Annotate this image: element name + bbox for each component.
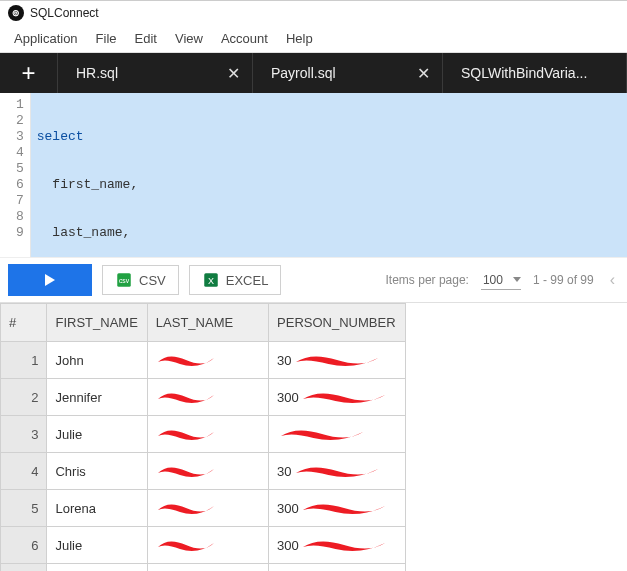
- cell-first-name: Julie: [47, 416, 147, 453]
- table-row[interactable]: 2Jennifer300: [1, 379, 406, 416]
- table-row[interactable]: 1John30: [1, 342, 406, 379]
- cell-rownum: 5: [1, 490, 47, 527]
- cell-first-name: Jennifer: [47, 379, 147, 416]
- cell-last-name: [147, 379, 268, 416]
- items-per-page-select[interactable]: 100: [481, 273, 521, 287]
- close-icon[interactable]: ✕: [417, 64, 430, 83]
- cell-first-name: John: [47, 342, 147, 379]
- cell-person-number: 300: [269, 490, 406, 527]
- app-icon: ⊚: [8, 5, 24, 21]
- items-per-page-label: Items per page:: [386, 273, 469, 287]
- cell-first-name: Sheila: [47, 564, 147, 572]
- cell-last-name: [147, 527, 268, 564]
- col-person-number[interactable]: PERSON_NUMBER: [269, 304, 406, 342]
- menu-help[interactable]: Help: [286, 31, 313, 46]
- tab-label: HR.sql: [76, 65, 118, 81]
- tab-row: + HR.sql ✕ Payroll.sql ✕ SQLWithBindVari…: [0, 53, 627, 93]
- titlebar: ⊚ SQLConnect: [0, 1, 627, 27]
- menu-file[interactable]: File: [96, 31, 117, 46]
- cell-rownum: 1: [1, 342, 47, 379]
- tab-label: Payroll.sql: [271, 65, 336, 81]
- col-rownum[interactable]: #: [1, 304, 47, 342]
- prev-page-button[interactable]: ‹: [606, 271, 619, 289]
- menu-account[interactable]: Account: [221, 31, 268, 46]
- cell-last-name: [147, 453, 268, 490]
- excel-icon: X: [202, 271, 220, 289]
- results-table: # FIRST_NAME LAST_NAME PERSON_NUMBER 1Jo…: [0, 303, 406, 571]
- cell-last-name: [147, 416, 268, 453]
- cell-rownum: 4: [1, 453, 47, 490]
- cell-first-name: Chris: [47, 453, 147, 490]
- table-row[interactable]: 3Julie: [1, 416, 406, 453]
- table-row[interactable]: 7Sheila300: [1, 564, 406, 572]
- csv-icon: csv: [115, 271, 133, 289]
- chevron-down-icon: [513, 277, 521, 282]
- cell-person-number: [269, 416, 406, 453]
- cell-person-number: 300: [269, 379, 406, 416]
- cell-last-name: [147, 490, 268, 527]
- table-row[interactable]: 4Chris30: [1, 453, 406, 490]
- svg-text:csv: csv: [119, 277, 130, 284]
- table-header-row: # FIRST_NAME LAST_NAME PERSON_NUMBER: [1, 304, 406, 342]
- cell-rownum: 3: [1, 416, 47, 453]
- run-button[interactable]: [8, 264, 92, 296]
- pager: Items per page: 100 1 - 99 of 99 ‹: [386, 271, 619, 289]
- menu-view[interactable]: View: [175, 31, 203, 46]
- results-toolbar: csv CSV X EXCEL Items per page: 100 1 - …: [0, 257, 627, 303]
- new-tab-button[interactable]: +: [0, 53, 58, 93]
- export-excel-button[interactable]: X EXCEL: [189, 265, 282, 295]
- export-excel-label: EXCEL: [226, 273, 269, 288]
- table-row[interactable]: 6Julie300: [1, 527, 406, 564]
- cell-person-number: 300: [269, 527, 406, 564]
- col-last-name[interactable]: LAST_NAME: [147, 304, 268, 342]
- cell-rownum: 6: [1, 527, 47, 564]
- cell-first-name: Lorena: [47, 490, 147, 527]
- export-csv-label: CSV: [139, 273, 166, 288]
- col-first-name[interactable]: FIRST_NAME: [47, 304, 147, 342]
- tab-hr[interactable]: HR.sql ✕: [58, 53, 253, 93]
- svg-marker-0: [45, 274, 55, 286]
- tab-payroll[interactable]: Payroll.sql ✕: [253, 53, 443, 93]
- editor-code[interactable]: select first_name, last_name, person_num…: [31, 93, 627, 257]
- table-row[interactable]: 5Lorena300: [1, 490, 406, 527]
- app-title: SQLConnect: [30, 6, 99, 20]
- close-icon[interactable]: ✕: [227, 64, 240, 83]
- cell-first-name: Julie: [47, 527, 147, 564]
- cell-rownum: 7: [1, 564, 47, 572]
- sql-editor[interactable]: 1 2 3 4 5 6 7 8 9 select first_name, las…: [0, 93, 627, 257]
- cell-person-number: 300: [269, 564, 406, 572]
- cell-last-name: [147, 564, 268, 572]
- export-csv-button[interactable]: csv CSV: [102, 265, 179, 295]
- editor-gutter: 1 2 3 4 5 6 7 8 9: [0, 93, 31, 257]
- svg-text:X: X: [208, 276, 214, 286]
- menubar: Application File Edit View Account Help: [0, 27, 627, 53]
- cell-rownum: 2: [1, 379, 47, 416]
- menu-edit[interactable]: Edit: [135, 31, 157, 46]
- menu-application[interactable]: Application: [14, 31, 78, 46]
- cell-person-number: 30: [269, 453, 406, 490]
- tab-bindvars[interactable]: SQLWithBindVaria...: [443, 53, 627, 93]
- page-range: 1 - 99 of 99: [533, 273, 594, 287]
- cell-person-number: 30: [269, 342, 406, 379]
- cell-last-name: [147, 342, 268, 379]
- tab-label: SQLWithBindVaria...: [461, 65, 587, 81]
